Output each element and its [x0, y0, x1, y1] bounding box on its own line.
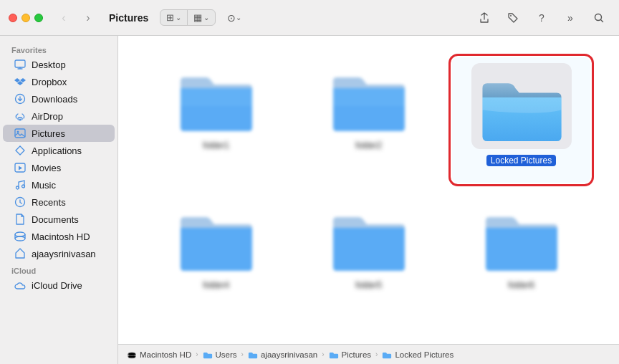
list-icon: ▦: [193, 12, 202, 23]
search-icon: [593, 12, 605, 24]
main-layout: Favorites Desktop Dropbox: [0, 36, 619, 364]
downloads-icon: [14, 93, 26, 105]
home-icon: [14, 248, 26, 259]
search-button[interactable]: [587, 8, 610, 28]
desktop-label: Desktop: [32, 59, 66, 70]
svg-rect-2: [15, 60, 25, 67]
forward-button[interactable]: ›: [79, 9, 97, 27]
sidebar-item-music[interactable]: Music: [3, 176, 115, 193]
folder-item-5[interactable]: folder5: [299, 197, 438, 322]
window-title: Pictures: [109, 12, 148, 24]
pictures-label: Pictures: [32, 128, 65, 139]
sidebar-item-airdrop[interactable]: AirDrop: [3, 107, 115, 125]
list-view-button[interactable]: ▦ ⌄: [188, 10, 215, 25]
minimize-button[interactable]: [21, 14, 30, 22]
more-button[interactable]: »: [559, 8, 582, 28]
grid-icon: ⊞: [166, 12, 174, 23]
movies-label: Movies: [32, 163, 61, 173]
folder-item-locked-pictures[interactable]: Locked Pictures: [452, 57, 590, 183]
back-button[interactable]: ‹: [54, 9, 73, 27]
folder-label-locked: Locked Pictures: [486, 155, 556, 166]
folder-icon-wrap-locked: [471, 63, 572, 149]
grid-view-button[interactable]: ⊞ ⌄: [160, 10, 188, 25]
view-control: ⊞ ⌄ ▦ ⌄: [160, 9, 216, 26]
statusbar-macintosh-hd: Macintosh HD: [127, 350, 191, 359]
folder-svg-4: [177, 206, 256, 271]
sidebar-item-applications[interactable]: Applications: [3, 142, 115, 159]
macintosh-hd-label: Macintosh HD: [32, 231, 90, 242]
svg-point-12: [15, 232, 25, 236]
sidebar-item-desktop[interactable]: Desktop: [3, 56, 115, 73]
sidebar-item-macintosh-hd[interactable]: Macintosh HD: [3, 228, 115, 245]
music-label: Music: [32, 180, 56, 191]
share-icon: [479, 12, 490, 24]
sidebar-item-recents[interactable]: Recents: [3, 193, 115, 211]
folder-item-2[interactable]: folder2: [299, 57, 438, 183]
statusbar-pictures: Pictures: [329, 350, 372, 359]
folder-status-icon-users: [203, 350, 213, 359]
recents-label: Recents: [32, 197, 66, 208]
statusbar-locked-pictures: Locked Pictures: [382, 350, 454, 359]
statusbar: Macintosh HD › Users › ajaaysrinivasan ›: [118, 344, 619, 364]
action-icon: ⊙: [227, 12, 236, 24]
desktop-icon: [14, 59, 26, 70]
downloads-label: Downloads: [32, 94, 77, 105]
titlebar: ‹ › Pictures ⊞ ⌄ ▦ ⌄ ⊙ ⌄ ? »: [0, 0, 619, 36]
folder-icon-wrap-4: [173, 203, 259, 274]
share-button[interactable]: [473, 8, 496, 28]
content-area: folder1 folder2: [118, 36, 619, 364]
drive-icon: [14, 231, 26, 242]
sidebar-item-dropbox[interactable]: Dropbox: [3, 73, 115, 90]
music-icon: [14, 179, 26, 191]
sidebar-item-pictures[interactable]: Pictures: [3, 125, 115, 142]
statusbar-macintosh-hd-label: Macintosh HD: [140, 350, 191, 359]
sep-3: ›: [322, 350, 324, 358]
grid-chevron: ⌄: [176, 14, 181, 21]
action-button[interactable]: ⊙ ⌄: [223, 8, 246, 28]
folder-status-icon-locked: [382, 350, 392, 359]
dropbox-label: Dropbox: [32, 77, 67, 87]
maximize-button[interactable]: [34, 14, 43, 22]
folder-status-icon-user: [248, 350, 258, 359]
sidebar-item-icloud-drive[interactable]: iCloud Drive: [3, 277, 115, 294]
svg-point-4: [19, 119, 21, 121]
folder-label-1: folder1: [203, 140, 229, 150]
folder-label-5: folder5: [355, 280, 382, 290]
statusbar-pictures-label: Pictures: [342, 350, 372, 359]
tag-button[interactable]: [502, 8, 524, 28]
airdrop-label: AirDrop: [32, 111, 63, 122]
sidebar-item-user[interactable]: ajaaysrinivasan: [3, 245, 115, 262]
statusbar-locked-pictures-label: Locked Pictures: [395, 350, 454, 359]
help-button[interactable]: ?: [530, 8, 553, 28]
documents-label: Documents: [32, 214, 79, 225]
svg-point-14: [128, 352, 136, 355]
icloud-label: iCloud: [0, 262, 117, 277]
svg-point-11: [15, 236, 25, 241]
tag-icon: [507, 12, 519, 24]
sidebar-item-documents[interactable]: Documents: [3, 211, 115, 228]
svg-point-9: [22, 185, 25, 188]
statusbar-user: ajaaysrinivasan: [248, 350, 317, 359]
list-chevron: ⌄: [203, 14, 209, 21]
statusbar-users-label: Users: [216, 350, 237, 359]
folder-item-4[interactable]: folder4: [147, 197, 285, 322]
folder-item-1[interactable]: folder1: [147, 57, 285, 183]
svg-point-8: [16, 186, 19, 189]
icloud-icon: [14, 279, 26, 291]
recents-icon: [14, 196, 26, 208]
close-button[interactable]: [9, 14, 17, 22]
folder-svg-6: [482, 206, 561, 271]
sidebar-item-downloads[interactable]: Downloads: [3, 90, 115, 107]
applications-icon: [14, 145, 26, 156]
file-grid: folder1 folder2: [118, 36, 619, 344]
statusbar-users: Users: [203, 350, 237, 359]
sidebar-item-movies[interactable]: Movies: [3, 159, 115, 176]
folder-label-4: folder4: [203, 280, 229, 290]
icloud-drive-label: iCloud Drive: [32, 280, 82, 291]
traffic-lights: [9, 14, 43, 22]
folder-icon-wrap-6: [479, 203, 565, 274]
folder-icon-wrap-5: [326, 203, 412, 274]
dropbox-icon: [14, 76, 26, 87]
documents-icon: [14, 214, 26, 225]
folder-item-6[interactable]: folder6: [452, 197, 590, 322]
